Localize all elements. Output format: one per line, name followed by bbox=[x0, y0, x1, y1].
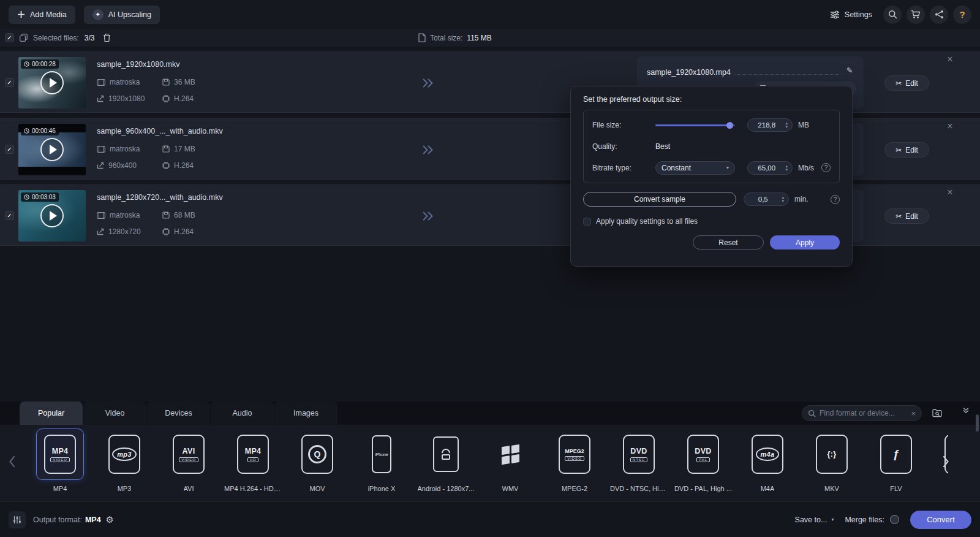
convert-button[interactable]: Convert bbox=[910, 511, 971, 529]
apply-button[interactable]: Apply bbox=[770, 235, 840, 249]
ai-upscaling-button[interactable]: ✦ AI Upscaling bbox=[84, 6, 160, 24]
cart-icon bbox=[911, 10, 921, 19]
top-toolbar: Add Media ✦ AI Upscaling Settings ? bbox=[0, 0, 980, 29]
gear-icon: ⚙ bbox=[106, 514, 114, 525]
delete-selected-button[interactable] bbox=[100, 31, 113, 45]
format-card-mov[interactable]: Q MOV bbox=[288, 428, 347, 492]
file-size-slider[interactable] bbox=[655, 121, 735, 129]
file-icon bbox=[944, 435, 948, 474]
total-size-label: Total size: bbox=[430, 34, 462, 42]
scissors-icon: ✂ bbox=[895, 212, 902, 221]
codec-info: H.264 bbox=[162, 227, 195, 236]
slider-knob[interactable] bbox=[726, 122, 733, 129]
sample-length-stepper[interactable]: ▴▾ bbox=[782, 196, 784, 203]
bitrate-stepper[interactable]: ▴▾ bbox=[785, 164, 788, 172]
pencil-icon: ✎ bbox=[846, 66, 853, 75]
tab-devices[interactable]: Devices bbox=[147, 402, 211, 425]
video-thumbnail[interactable]: 00:03:03 bbox=[18, 190, 86, 242]
file-size-input[interactable] bbox=[748, 121, 785, 129]
remove-file-button[interactable]: × bbox=[944, 54, 956, 65]
bitrate-input[interactable] bbox=[748, 164, 785, 172]
format-card-dvd-pal[interactable]: DVDPAL DVD - PAL, High ... bbox=[674, 428, 733, 492]
clear-search-button[interactable]: × bbox=[911, 409, 916, 418]
close-icon: × bbox=[911, 409, 916, 418]
app-window: Add Media ✦ AI Upscaling Settings ? bbox=[0, 0, 980, 537]
document-icon bbox=[418, 33, 426, 42]
tab-popular[interactable]: Popular bbox=[20, 402, 83, 425]
bottom-bar: Output format: MP4 ⚙ Save to... ▾ Merge … bbox=[0, 501, 980, 537]
collapse-panel-button[interactable] bbox=[960, 404, 972, 416]
bitrate-input-wrap: ▴▾ bbox=[747, 161, 793, 175]
file-size-unit: MB bbox=[798, 121, 815, 129]
sample-length-unit: min. bbox=[794, 195, 812, 204]
format-card-mp4-hd[interactable]: MP4HD MP4 H.264 - HD 7... bbox=[224, 428, 282, 492]
format-card-iphone-x[interactable]: iPhone iPhone X bbox=[352, 428, 411, 492]
settings-button[interactable]: Settings bbox=[824, 6, 878, 24]
tab-video[interactable]: Video bbox=[83, 402, 147, 425]
scrollbar-thumb[interactable] bbox=[976, 414, 979, 432]
video-thumbnail[interactable]: 00:00:28 bbox=[18, 57, 86, 109]
queue-settings-button[interactable] bbox=[9, 511, 26, 528]
ai-upscaling-label: AI Upscaling bbox=[108, 10, 151, 19]
file-checkbox[interactable]: ✓ bbox=[5, 145, 14, 154]
sample-length-input[interactable] bbox=[744, 196, 782, 203]
format-search-input[interactable] bbox=[820, 409, 907, 417]
output-format-label: Output format: bbox=[33, 516, 82, 524]
format-card-dvd-ntsc[interactable]: DVDNTSC DVD - NTSC, Hig... bbox=[609, 428, 668, 492]
ai-upscaling-icon: ✦ bbox=[92, 9, 104, 20]
browse-formats-button[interactable] bbox=[929, 406, 945, 421]
format-card-flv[interactable]: ƒ FLV bbox=[867, 428, 925, 492]
share-button[interactable] bbox=[930, 6, 948, 24]
bitrate-type-select[interactable]: Constant ▾ bbox=[655, 161, 735, 175]
sample-help-icon[interactable]: ? bbox=[831, 195, 840, 204]
select-all-checkbox[interactable]: ✓ bbox=[5, 33, 14, 42]
resolution-info: 1920x1080 bbox=[97, 94, 162, 103]
apply-all-checkbox[interactable] bbox=[583, 218, 591, 226]
convert-arrow-icon bbox=[421, 78, 434, 88]
merge-files-toggle[interactable] bbox=[890, 515, 899, 524]
file-size-stepper[interactable]: ▴▾ bbox=[785, 121, 788, 129]
scroll-left-button[interactable] bbox=[9, 455, 15, 468]
format-card-wmv[interactable]: WMV bbox=[481, 428, 540, 492]
size-info: 36 MB bbox=[162, 78, 195, 86]
format-card-avi[interactable]: AVIVIDEO AVI bbox=[159, 428, 218, 492]
add-media-button[interactable]: Add Media bbox=[9, 6, 75, 24]
convert-sample-button[interactable]: Convert sample bbox=[583, 192, 736, 207]
resolution-info: 1280x720 bbox=[97, 227, 162, 236]
reset-button[interactable]: Reset bbox=[693, 235, 764, 249]
format-card-mp4[interactable]: MP4VIDEO MP4 bbox=[31, 428, 89, 492]
bitrate-help-icon[interactable]: ? bbox=[821, 163, 831, 172]
quality-label: Quality: bbox=[592, 142, 655, 151]
remove-file-button[interactable]: × bbox=[944, 121, 956, 132]
save-to-dropdown[interactable]: Save to... ▾ bbox=[795, 516, 834, 524]
search-button[interactable] bbox=[883, 6, 902, 24]
edit-button[interactable]: ✂ Edit bbox=[884, 208, 929, 224]
chevron-left-icon bbox=[9, 455, 15, 468]
edit-button[interactable]: ✂ Edit bbox=[884, 142, 929, 158]
play-button[interactable] bbox=[40, 204, 64, 227]
file-checkbox[interactable]: ✓ bbox=[5, 211, 14, 220]
dvd-pal-icon: DVDPAL bbox=[687, 435, 719, 474]
tab-images[interactable]: Images bbox=[274, 402, 338, 425]
play-button[interactable] bbox=[40, 138, 64, 161]
file-size-label: File size: bbox=[592, 121, 655, 129]
m4a-file-icon: m4a bbox=[752, 435, 783, 474]
format-card-mpeg2[interactable]: MPEG2VIDEO MPEG-2 bbox=[545, 428, 604, 492]
convert-sample-row: Convert sample ▴▾ min. ? bbox=[583, 192, 840, 207]
format-settings-button[interactable]: ⚙ bbox=[106, 514, 114, 525]
file-meta: matroska 36 MB 1920x1080 H.264 bbox=[97, 78, 195, 103]
format-card-mp3[interactable]: mp3 MP3 bbox=[95, 428, 154, 492]
edit-button[interactable]: ✂ Edit bbox=[884, 75, 929, 91]
cart-button[interactable] bbox=[907, 6, 925, 24]
format-card-m4a[interactable]: m4a M4A bbox=[738, 428, 797, 492]
format-card-android[interactable]: Android - 1280x7... bbox=[417, 428, 475, 492]
scroll-right-button[interactable] bbox=[943, 455, 949, 468]
file-checkbox[interactable]: ✓ bbox=[5, 78, 14, 87]
remove-file-button[interactable]: × bbox=[944, 187, 956, 198]
format-card-mkv[interactable]: {:} MKV bbox=[802, 428, 861, 492]
tab-audio[interactable]: Audio bbox=[211, 402, 274, 425]
help-button[interactable]: ? bbox=[953, 6, 971, 24]
play-button[interactable] bbox=[40, 71, 64, 94]
rename-button[interactable]: ✎ bbox=[843, 63, 856, 77]
video-thumbnail[interactable]: 00:00:46 bbox=[18, 124, 86, 175]
